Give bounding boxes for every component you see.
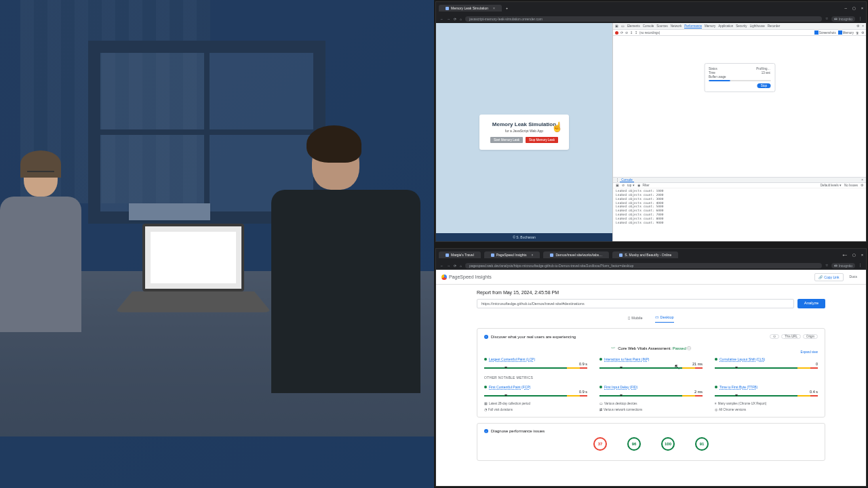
levels-select[interactable]: Default levels ▾ [821, 184, 842, 187]
browser-tab[interactable]: S. Mosby and Beautify - Online [612, 251, 678, 258]
bookmark-icon[interactable]: ☆ [825, 263, 828, 268]
trash-icon[interactable]: 🗑 [856, 31, 859, 35]
nav-back-icon[interactable]: ← [440, 264, 443, 268]
psi-brand: PageSpeed Insights [441, 274, 492, 280]
thisurl-pill[interactable]: This URL [781, 334, 801, 339]
clear-console-icon[interactable]: ⊘ [622, 184, 625, 187]
minimize-button[interactable]: ─ [845, 6, 848, 10]
maximize-button[interactable]: ▢ [852, 6, 856, 10]
dt-tab-lighthouse[interactable]: Lighthouse [750, 24, 765, 28]
stop-profiling-button[interactable]: Stop [757, 83, 770, 88]
new-tab-button[interactable]: + [506, 6, 508, 10]
nav-home-icon[interactable]: ⌂ [460, 264, 462, 268]
nav-reload-icon[interactable]: ⟳ [454, 17, 456, 21]
dt-settings-icon[interactable]: ⚙ [856, 24, 859, 28]
assessment-result: Passed [673, 346, 686, 350]
score-seo[interactable]: 91 [695, 437, 709, 451]
filter-input[interactable]: Filter [643, 184, 650, 187]
assessment-line: 〰 Core Web Vitals Assessment: Passed ⓘ [484, 346, 818, 352]
tab-favicon-icon [491, 253, 494, 257]
minimize-button[interactable]: ─ [845, 253, 848, 257]
nav-forward-icon[interactable]: → [447, 264, 450, 268]
reload-rec-icon[interactable]: ⟳ [620, 31, 623, 35]
tab-close-icon[interactable]: × [493, 6, 495, 10]
browser-tab[interactable]: Demos/travel site/works/tabs… [543, 251, 609, 258]
nav-back-icon[interactable]: ← [440, 17, 443, 21]
info-icon[interactable]: ⓘ [687, 346, 691, 350]
url-input[interactable]: javascript-memory-leak-simulation.onrend… [465, 16, 822, 22]
inspect-icon[interactable]: ▣ [615, 24, 618, 28]
screenshots-check[interactable]: Screenshots [814, 30, 836, 35]
tab-title: Memory Leak Simulation [451, 6, 488, 10]
menu-icon[interactable]: ⋮ [859, 263, 862, 268]
browser-tab[interactable]: Margie's Travel [439, 251, 481, 258]
docs-link[interactable]: Docs [846, 273, 861, 281]
console-close-icon[interactable]: × [861, 178, 863, 182]
expand-view-link[interactable]: Expand view [800, 350, 818, 354]
stop-leak-button[interactable]: Stop Memory Leak [526, 137, 558, 143]
buffer-bar [709, 80, 770, 81]
device-icon: ▭ [599, 402, 603, 405]
score-best-practices[interactable]: 100 [661, 437, 675, 451]
drawer-icon[interactable]: ⋮ [616, 178, 619, 182]
memory-check[interactable]: Memory [838, 30, 854, 35]
close-button[interactable]: × [861, 6, 863, 10]
maximize-button[interactable]: ▢ [852, 253, 856, 257]
browser-window-bottom: Margie's Travel PageSpeed Insights× Demo… [435, 248, 867, 487]
duration-icon: ◔ [484, 408, 487, 411]
console-settings-icon[interactable]: ⚙ [861, 184, 863, 187]
browser-tab[interactable]: Memory Leak Simulation × [439, 5, 502, 12]
tab-close-icon[interactable]: × [532, 253, 534, 257]
incognito-badge: 🕶Incognito [831, 263, 855, 268]
score-accessibility[interactable]: 96 [627, 437, 641, 451]
dt-tab-console[interactable]: Console [643, 24, 654, 28]
browser-tab[interactable]: PageSpeed Insights× [484, 251, 540, 258]
nav-forward-icon[interactable]: → [447, 17, 450, 21]
start-leak-button[interactable]: Start Memory Leak [490, 137, 523, 143]
titlebar: Margie's Travel PageSpeed Insights× Demo… [436, 249, 866, 261]
url-input[interactable]: pagespeed.web.dev/analysis/https-microso… [465, 263, 822, 268]
recordings-label: (no recordings) [639, 31, 660, 35]
dt-tab-memory[interactable]: Memory [705, 24, 715, 28]
dt-tab-sources[interactable]: Sources [656, 24, 668, 28]
dt-tab-application[interactable]: Application [718, 24, 733, 28]
bookmark-icon[interactable]: ☆ [825, 16, 828, 22]
metric-ttfb: Time to First Byte (TTFB)0.4 s [715, 385, 818, 396]
gear-icon[interactable]: ⚙ [861, 31, 864, 35]
analyze-url-input[interactable]: https://microsoftedge.github.io/Demos/tr… [477, 299, 794, 308]
device-tabs: ▯Mobile ▭Desktop [477, 315, 825, 323]
menu-icon[interactable]: ⋮ [859, 16, 862, 22]
nav-home-icon[interactable]: ⌂ [460, 17, 462, 21]
tab-title: S. Mosby and Beautify - Online [625, 253, 671, 257]
dt-tab-security[interactable]: Security [736, 24, 747, 28]
copy-link-button[interactable]: 🔗Copy Link [814, 273, 843, 281]
context-select[interactable]: top ▾ [627, 184, 635, 187]
context-icon[interactable]: ▣ [616, 184, 619, 187]
record-icon[interactable] [615, 31, 618, 35]
tab-title: Demos/travel site/works/tabs… [555, 253, 602, 257]
console-tab[interactable]: Console [620, 178, 634, 182]
score-performance[interactable]: 37 [593, 437, 607, 451]
close-button[interactable]: × [861, 253, 863, 257]
analyze-button[interactable]: Analyze [797, 299, 825, 308]
report-date: Report from May 15, 2024, 2:45:58 PM [477, 290, 825, 295]
load-icon[interactable]: ↥ [630, 31, 633, 35]
time-value: 13 sec [762, 71, 770, 75]
origin-pill[interactable]: Origin [803, 334, 818, 339]
dt-tab-network[interactable]: Network [671, 24, 682, 28]
mobile-tab[interactable]: ▯Mobile [628, 315, 642, 323]
desktop-tab[interactable]: ▭Desktop [655, 315, 674, 323]
dt-close-icon[interactable]: × [862, 24, 864, 28]
psi-body: Report from May 15, 2024, 2:45:58 PM htt… [436, 285, 866, 486]
issues-count: No Issues [844, 184, 858, 187]
save-icon[interactable]: ↧ [635, 31, 637, 35]
page-viewport: Memory Leak Simulation for a JavaScript … [436, 23, 612, 241]
dt-tab-elements[interactable]: Elements [627, 24, 640, 28]
dt-tab-recorder[interactable]: Recorder [768, 24, 781, 28]
device-icon[interactable]: ▭ [621, 24, 625, 28]
dt-tab-performance[interactable]: Performance [684, 24, 702, 28]
nav-reload-icon[interactable]: ⟳ [454, 264, 456, 268]
eye-icon[interactable]: ◉ [637, 184, 640, 187]
clear-icon[interactable]: ⊘ [625, 31, 628, 35]
mobile-icon: ▯ [628, 316, 630, 321]
